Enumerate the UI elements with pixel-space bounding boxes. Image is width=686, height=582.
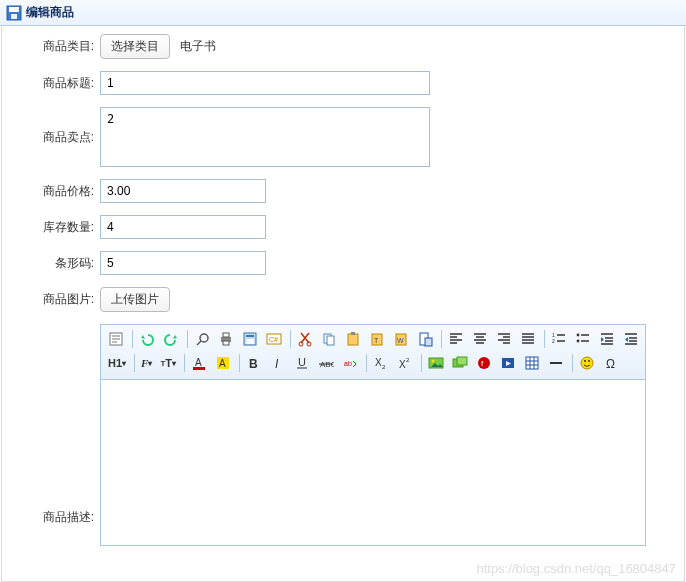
undo-icon[interactable]	[136, 328, 158, 350]
svg-text:2: 2	[552, 338, 555, 344]
hr-icon[interactable]	[545, 352, 567, 374]
svg-rect-2	[11, 14, 17, 19]
heading-icon[interactable]: H1▾	[105, 352, 129, 374]
align-justify-icon[interactable]	[517, 328, 539, 350]
upload-image-button[interactable]: 上传图片	[100, 287, 170, 312]
template-icon[interactable]	[239, 328, 261, 350]
barcode-input[interactable]	[100, 251, 266, 275]
special-char-icon[interactable]: Ω	[600, 352, 622, 374]
svg-point-52	[588, 360, 590, 362]
preview-icon[interactable]	[191, 328, 213, 350]
sellpoint-textarea[interactable]	[100, 107, 430, 167]
row-category: 商品类目: 选择类目 电子书	[10, 34, 684, 59]
stock-label: 库存数量:	[10, 215, 100, 236]
title-input[interactable]	[100, 71, 430, 95]
svg-text:ab: ab	[344, 360, 352, 367]
svg-rect-1	[9, 7, 19, 12]
title-label: 商品标题:	[10, 71, 100, 92]
cut-icon[interactable]	[294, 328, 316, 350]
svg-text:A: A	[219, 358, 226, 369]
font-icon[interactable]: F▾	[138, 352, 155, 374]
svg-text:B: B	[249, 357, 258, 371]
toolbar-separator	[441, 330, 442, 348]
paste-text-icon[interactable]: T	[366, 328, 388, 350]
svg-rect-45	[457, 357, 467, 365]
svg-text:2: 2	[382, 364, 386, 370]
category-label: 商品类目:	[10, 34, 100, 55]
svg-text:U: U	[298, 356, 306, 368]
toolbar-separator	[132, 330, 133, 348]
editor-content-area[interactable]	[101, 380, 645, 545]
row-sellpoint: 商品卖点:	[10, 107, 684, 167]
outdent-icon[interactable]	[620, 328, 642, 350]
subscript-icon[interactable]: X2	[370, 352, 392, 374]
svg-text:X: X	[399, 359, 406, 370]
code-icon[interactable]: C#	[263, 328, 285, 350]
unordered-list-icon[interactable]	[572, 328, 594, 350]
superscript-icon[interactable]: X2	[394, 352, 416, 374]
panel-title: 编辑商品	[26, 4, 74, 21]
abc-icon[interactable]: ab	[339, 352, 361, 374]
svg-text:I: I	[275, 357, 279, 371]
svg-text:X: X	[375, 357, 382, 368]
media-icon[interactable]	[497, 352, 519, 374]
source-icon[interactable]	[105, 328, 127, 350]
svg-point-50	[581, 357, 593, 369]
text-color-icon[interactable]: A	[188, 352, 210, 374]
svg-rect-24	[425, 338, 432, 346]
svg-text:C#: C#	[269, 336, 278, 343]
flash-icon[interactable]: f	[473, 352, 495, 374]
align-left-icon[interactable]	[445, 328, 467, 350]
paste-icon[interactable]	[342, 328, 364, 350]
toolbar-separator	[366, 354, 367, 372]
toolbar-separator	[134, 354, 135, 372]
print-icon[interactable]	[215, 328, 237, 350]
svg-rect-16	[327, 336, 334, 345]
svg-point-46	[478, 357, 490, 369]
svg-point-27	[577, 334, 580, 337]
strike-icon[interactable]: ABC	[315, 352, 337, 374]
rich-text-editor: C#TW12 H1▾F▾TT▾AABIUABCabX2X2fΩ	[100, 324, 646, 546]
redo-icon[interactable]	[160, 328, 182, 350]
svg-rect-7	[223, 341, 229, 345]
indent-icon[interactable]	[596, 328, 618, 350]
choose-category-button[interactable]: 选择类目	[100, 34, 170, 59]
svg-text:Ω: Ω	[606, 357, 615, 371]
toolbar-separator	[184, 354, 185, 372]
svg-point-28	[577, 340, 580, 343]
barcode-label: 条形码:	[10, 251, 100, 272]
save-icon	[6, 5, 22, 21]
underline-icon[interactable]: U	[291, 352, 313, 374]
toolbar-separator	[239, 354, 240, 372]
font-size-icon[interactable]: TT▾	[157, 352, 179, 374]
table-icon[interactable]	[521, 352, 543, 374]
sellpoint-label: 商品卖点:	[10, 107, 100, 146]
bg-color-icon[interactable]: A	[212, 352, 234, 374]
watermark-text: https://blog.csdn.net/qq_16804847	[477, 561, 677, 576]
price-label: 商品价格:	[10, 179, 100, 200]
row-title: 商品标题:	[10, 71, 684, 95]
row-image: 商品图片: 上传图片	[10, 287, 684, 312]
svg-text:2: 2	[406, 357, 410, 363]
bold-icon[interactable]: B	[243, 352, 265, 374]
desc-label: 商品描述:	[10, 345, 100, 526]
ordered-list-icon[interactable]: 12	[548, 328, 570, 350]
align-right-icon[interactable]	[493, 328, 515, 350]
copy-icon[interactable]	[318, 328, 340, 350]
stock-input[interactable]	[100, 215, 266, 239]
italic-icon[interactable]: I	[267, 352, 289, 374]
insert-file-icon[interactable]	[414, 328, 436, 350]
align-center-icon[interactable]	[469, 328, 491, 350]
panel-body: 商品类目: 选择类目 电子书 商品标题: 商品卖点: 商品价格: 库存数量: 条…	[1, 26, 685, 582]
price-input[interactable]	[100, 179, 266, 203]
smiley-icon[interactable]	[576, 352, 598, 374]
paste-word-icon[interactable]: W	[390, 328, 412, 350]
svg-rect-6	[223, 333, 229, 337]
svg-rect-10	[246, 339, 254, 344]
toolbar-separator	[544, 330, 545, 348]
row-stock: 库存数量:	[10, 215, 684, 239]
panel-header: 编辑商品	[0, 0, 686, 26]
image-label: 商品图片:	[10, 287, 100, 308]
picture-icon[interactable]	[425, 352, 447, 374]
multi-picture-icon[interactable]	[449, 352, 471, 374]
